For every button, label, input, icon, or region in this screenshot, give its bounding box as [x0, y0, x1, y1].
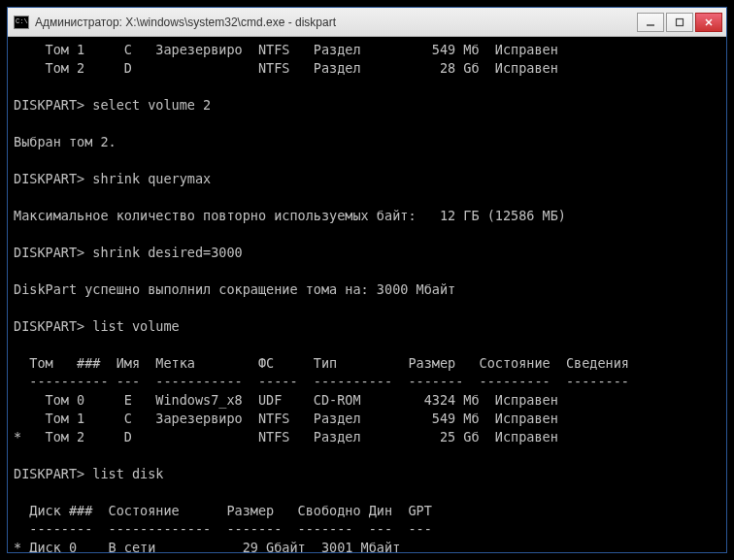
table-separator: -------- ------------- ------- ------- -… — [14, 521, 432, 537]
table-row: Том 1 C Зарезервиро NTFS Раздел 549 Mб И… — [14, 411, 558, 426]
output-line: Том 2 D NTFS Раздел 28 Gб Исправен — [14, 60, 558, 76]
command-text: list disk — [92, 466, 163, 481]
output-line: Максимальное количество повторно использ… — [14, 208, 566, 223]
minimize-icon — [646, 17, 655, 27]
cmd-icon — [14, 16, 29, 29]
output-line: Выбран том 2. — [14, 134, 117, 149]
minimize-button[interactable] — [637, 13, 664, 32]
maximize-icon — [675, 17, 684, 27]
svg-rect-1 — [677, 18, 684, 25]
output-line: Том 1 C Зарезервиро NTFS Раздел 549 Mб И… — [14, 42, 558, 57]
prompt-label: DISKPART> — [14, 171, 92, 186]
prompt-label: DISKPART> — [14, 97, 92, 113]
table-row: Том 0 E Windows7_x8 UDF CD-ROM 4324 Mб И… — [14, 392, 558, 408]
maximize-button[interactable] — [666, 13, 693, 32]
terminal-output[interactable]: Том 1 C Зарезервиро NTFS Раздел 549 Mб И… — [8, 37, 726, 552]
cmd-window: Администратор: X:\windows\system32\cmd.e… — [7, 7, 727, 553]
window-controls — [637, 13, 722, 32]
command-text: shrink querymax — [92, 171, 211, 186]
prompt-label: DISKPART> — [14, 245, 92, 260]
command-text: list volume — [92, 318, 179, 334]
output-line: DiskPart успешно выполнил сокращение том… — [14, 281, 455, 297]
prompt-label: DISKPART> — [14, 318, 92, 334]
command-text: select volume 2 — [92, 97, 211, 113]
table-row: * Диск 0 В сети 29 Gбайт 3001 Mбайт — [14, 540, 400, 552]
table-row: * Том 2 D NTFS Раздел 25 Gб Исправен — [14, 429, 558, 445]
command-text: shrink desired=3000 — [92, 245, 242, 260]
prompt-label: DISKPART> — [14, 466, 92, 481]
table-header: Том ### Имя Метка ФС Тип Размер Состояни… — [14, 355, 629, 371]
table-header: Диск ### Состояние Размер Свободно Дин G… — [14, 503, 432, 518]
table-separator: ---------- --- ----------- ----- -------… — [14, 374, 629, 389]
window-title: Администратор: X:\windows\system32\cmd.e… — [35, 16, 637, 29]
close-icon — [704, 17, 714, 27]
close-button[interactable] — [695, 13, 722, 32]
titlebar[interactable]: Администратор: X:\windows\system32\cmd.e… — [8, 8, 726, 37]
